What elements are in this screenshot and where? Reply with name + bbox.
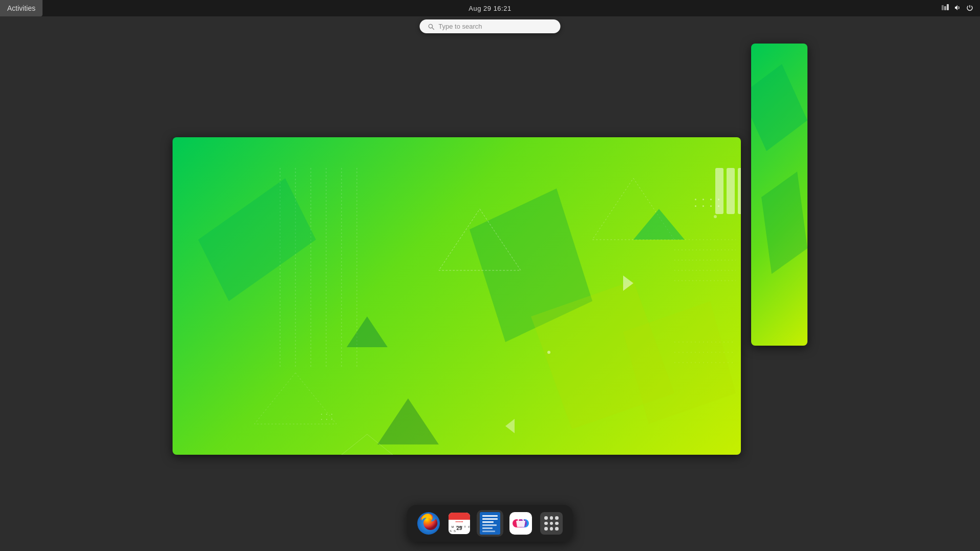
svg-rect-47	[331, 419, 332, 420]
svg-marker-41	[342, 434, 393, 455]
appgrid-dot	[555, 522, 559, 525]
svg-rect-27	[710, 205, 712, 207]
appgrid-dot	[544, 522, 548, 525]
svg-rect-31	[738, 168, 741, 214]
svg-rect-42	[321, 414, 322, 415]
svg-text:T: T	[464, 525, 466, 528]
svg-marker-12	[470, 188, 592, 342]
appgrid-dot	[544, 527, 548, 531]
svg-rect-2	[947, 4, 949, 10]
appgrid-dot	[550, 522, 553, 525]
power-icon[interactable]	[966, 4, 974, 13]
svg-marker-16	[347, 316, 388, 347]
svg-marker-17	[377, 398, 439, 444]
svg-point-38	[714, 215, 717, 218]
svg-rect-30	[727, 168, 735, 214]
svg-rect-26	[702, 205, 704, 207]
svg-rect-71	[482, 527, 493, 529]
svg-rect-72	[482, 531, 495, 532]
svg-marker-19	[623, 276, 633, 291]
dock-item-calendar[interactable]: ▪▪▪▪▪▪ MTWTF SS 29	[446, 510, 473, 537]
svg-rect-21	[695, 199, 696, 200]
workspace-area	[0, 41, 980, 551]
svg-rect-23	[710, 199, 712, 200]
desktop-main-preview[interactable]	[173, 137, 741, 455]
svg-line-4	[432, 28, 434, 29]
svg-marker-14	[439, 209, 521, 270]
wallpaper-decoration	[173, 137, 741, 455]
system-tray	[941, 4, 980, 13]
svg-text:▪▪▪▪▪▪: ▪▪▪▪▪▪	[456, 520, 463, 523]
svg-rect-1	[944, 6, 946, 10]
svg-rect-44	[331, 414, 332, 415]
svg-rect-43	[326, 414, 327, 415]
svg-rect-25	[695, 205, 696, 207]
top-bar: Activities Aug 29 16:21	[0, 0, 980, 16]
svg-marker-40	[254, 373, 336, 424]
appgrid-icon	[540, 512, 563, 535]
svg-marker-51	[751, 64, 807, 151]
svg-rect-70	[482, 524, 497, 526]
svg-text:M: M	[452, 525, 454, 528]
svg-rect-68	[482, 518, 498, 520]
svg-marker-18	[633, 209, 685, 240]
software-store-icon	[509, 512, 532, 535]
svg-text:S: S	[454, 529, 456, 533]
appgrid-dot	[550, 527, 553, 531]
svg-marker-52	[761, 172, 807, 274]
network-icon[interactable]	[941, 4, 949, 13]
calendar-icon: ▪▪▪▪▪▪ MTWTF SS 29	[448, 512, 471, 535]
search-icon	[428, 23, 435, 30]
svg-marker-15	[592, 178, 674, 240]
dock-item-software[interactable]	[507, 510, 534, 537]
svg-text:S: S	[450, 529, 452, 533]
activities-button[interactable]: Activities	[0, 0, 42, 16]
clock-display: Aug 29 16:21	[468, 5, 511, 12]
volume-icon[interactable]	[953, 4, 962, 13]
search-container	[420, 19, 561, 33]
dock: ▪▪▪▪▪▪ MTWTF SS 29	[407, 505, 573, 542]
svg-rect-29	[715, 168, 723, 214]
svg-rect-28	[718, 205, 719, 207]
dock-item-firefox[interactable]	[415, 510, 442, 537]
side-wallpaper-decoration	[751, 44, 807, 346]
svg-point-3	[429, 24, 432, 28]
svg-rect-46	[326, 419, 327, 420]
svg-point-37	[547, 351, 550, 354]
appgrid-dot	[544, 516, 548, 520]
svg-rect-45	[321, 419, 322, 420]
appgrid-dot	[555, 527, 559, 531]
svg-rect-22	[702, 199, 704, 200]
dock-item-writer[interactable]	[477, 510, 503, 537]
firefox-icon	[417, 512, 440, 535]
svg-marker-39	[623, 301, 736, 424]
appgrid-dot	[550, 516, 553, 520]
svg-text:F: F	[468, 525, 470, 528]
svg-rect-69	[482, 521, 494, 523]
desktop-side-preview[interactable]	[751, 44, 807, 346]
svg-marker-13	[531, 281, 674, 429]
appgrid-dot	[555, 516, 559, 520]
svg-text:29: 29	[456, 525, 462, 531]
writer-icon	[479, 512, 501, 535]
svg-marker-20	[505, 419, 515, 433]
search-bar	[420, 19, 561, 33]
svg-rect-67	[482, 515, 498, 517]
svg-marker-11	[198, 178, 316, 301]
dock-item-appgrid[interactable]	[538, 510, 565, 537]
search-input[interactable]	[438, 23, 552, 30]
svg-rect-24	[718, 199, 719, 200]
svg-rect-0	[942, 5, 944, 10]
